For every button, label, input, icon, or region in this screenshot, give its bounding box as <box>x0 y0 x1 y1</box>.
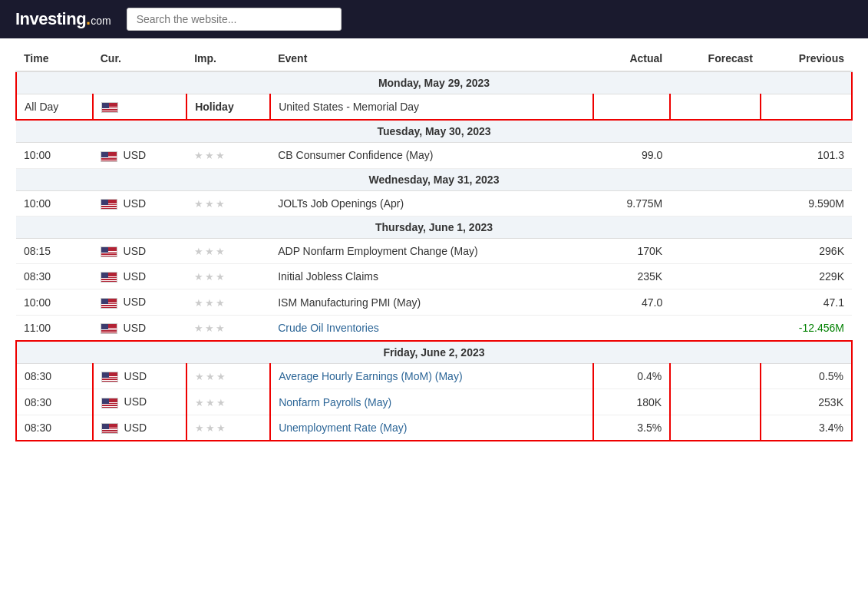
cell-currency: USD <box>93 315 186 341</box>
cell-importance: ★★★ <box>186 415 270 441</box>
cell-forecast <box>670 94 761 121</box>
table-row: 08:30 USD★★★Initial Jobless Claims235K22… <box>16 264 852 289</box>
cell-actual: 235K <box>593 264 670 289</box>
cell-forecast <box>670 264 761 289</box>
col-time: Time <box>16 46 93 71</box>
cell-previous: -12.456M <box>761 315 852 341</box>
cell-actual: 3.5% <box>593 415 670 441</box>
cell-importance: Holiday <box>186 94 270 121</box>
cell-event[interactable]: Nonfarm Payrolls (May) <box>270 389 593 415</box>
table-row: 08:30 USD★★★Average Hourly Earnings (MoM… <box>16 364 852 389</box>
cell-currency: USD <box>93 190 186 216</box>
cell-previous: 47.1 <box>761 289 852 315</box>
col-event: Event <box>270 46 593 71</box>
table-row: 10:00 USD★★★CB Consumer Confidence (May)… <box>16 143 852 168</box>
col-importance: Imp. <box>186 46 270 71</box>
economic-calendar-table: Time Cur. Imp. Event Actual Forecast Pre… <box>15 46 853 441</box>
cell-currency: USD <box>93 264 186 289</box>
date-label: Monday, May 29, 2023 <box>16 71 852 94</box>
cell-actual <box>593 315 670 341</box>
cell-importance: ★★★ <box>186 264 270 289</box>
site-logo[interactable]: Investing.com <box>15 9 111 29</box>
cell-actual <box>593 94 670 121</box>
cell-currency <box>93 94 186 121</box>
table-row: 08:30 USD★★★Nonfarm Payrolls (May)180K25… <box>16 389 852 415</box>
us-flag-icon <box>101 298 117 309</box>
importance-stars: ★★★ <box>195 422 227 434</box>
table-row: 10:00 USD★★★ISM Manufacturing PMI (May)4… <box>16 289 852 315</box>
event-link[interactable]: Crude Oil Inventories <box>278 322 379 334</box>
cell-time: All Day <box>16 94 93 121</box>
cell-importance: ★★★ <box>186 289 270 315</box>
importance-stars: ★★★ <box>194 271 226 283</box>
economic-calendar-container: Time Cur. Imp. Event Actual Forecast Pre… <box>0 38 868 449</box>
date-separator-row: Wednesday, May 31, 2023 <box>16 168 852 190</box>
cell-importance: ★★★ <box>186 364 270 389</box>
event-link[interactable]: Nonfarm Payrolls (May) <box>279 396 391 408</box>
importance-stars: ★★★ <box>195 371 227 382</box>
date-separator-row: Monday, May 29, 2023 <box>16 71 852 94</box>
table-header-row: Time Cur. Imp. Event Actual Forecast Pre… <box>16 46 852 71</box>
cell-time: 08:30 <box>16 364 93 389</box>
cell-previous <box>761 94 852 121</box>
event-link[interactable]: Average Hourly Earnings (MoM) (May) <box>279 370 462 382</box>
cell-currency: USD <box>93 289 186 315</box>
cell-previous: 9.590M <box>761 190 852 216</box>
date-label: Friday, June 2, 2023 <box>16 341 852 364</box>
cell-forecast <box>670 364 761 389</box>
importance-stars: ★★★ <box>194 322 226 334</box>
cell-previous: 0.5% <box>761 364 852 389</box>
date-label: Wednesday, May 31, 2023 <box>16 168 852 190</box>
cell-event: Initial Jobless Claims <box>270 264 593 289</box>
us-flag-icon <box>101 323 117 334</box>
cell-event: ISM Manufacturing PMI (May) <box>270 289 593 315</box>
cell-event: United States - Memorial Day <box>270 94 593 121</box>
cell-forecast <box>670 389 761 415</box>
importance-stars: ★★★ <box>194 198 226 210</box>
cell-actual: 170K <box>593 238 670 263</box>
date-separator-row: Thursday, June 1, 2023 <box>16 216 852 238</box>
table-row: 11:00 USD★★★Crude Oil Inventories-12.456… <box>16 315 852 341</box>
cell-actual: 99.0 <box>593 143 670 168</box>
us-flag-icon <box>101 102 118 113</box>
us-flag-icon <box>101 372 118 382</box>
importance-stars: ★★★ <box>194 150 226 161</box>
cell-event: JOLTs Job Openings (Apr) <box>270 190 593 216</box>
cell-importance: ★★★ <box>186 315 270 341</box>
cell-actual: 0.4% <box>593 364 670 389</box>
cell-forecast <box>670 289 761 315</box>
cell-event[interactable]: Unemployment Rate (May) <box>270 415 593 441</box>
cell-importance: ★★★ <box>186 238 270 263</box>
date-label: Tuesday, May 30, 2023 <box>16 120 852 143</box>
cell-currency: USD <box>93 364 186 389</box>
cell-time: 10:00 <box>16 143 93 168</box>
cell-currency: USD <box>93 143 186 168</box>
cell-actual: 9.775M <box>593 190 670 216</box>
table-row: All DayHolidayUnited States - Memorial D… <box>16 94 852 121</box>
cell-forecast <box>670 238 761 263</box>
logo-text: Investing <box>15 9 86 29</box>
event-link[interactable]: Unemployment Rate (May) <box>279 422 407 434</box>
holiday-label: Holiday <box>195 101 234 113</box>
cell-event[interactable]: Average Hourly Earnings (MoM) (May) <box>270 364 593 389</box>
search-input[interactable] <box>127 8 342 31</box>
cell-actual: 47.0 <box>593 289 670 315</box>
col-forecast: Forecast <box>670 46 761 71</box>
cell-forecast <box>670 315 761 341</box>
cell-importance: ★★★ <box>186 389 270 415</box>
cell-currency: USD <box>93 389 186 415</box>
us-flag-icon <box>101 151 117 162</box>
cell-event[interactable]: Crude Oil Inventories <box>270 315 593 341</box>
cell-previous: 296K <box>761 238 852 263</box>
cell-importance: ★★★ <box>186 190 270 216</box>
date-separator-row: Friday, June 2, 2023 <box>16 341 852 364</box>
us-flag-icon <box>101 398 118 408</box>
cell-time: 08:15 <box>16 238 93 263</box>
cell-currency: USD <box>93 415 186 441</box>
cell-previous: 229K <box>761 264 852 289</box>
importance-stars: ★★★ <box>195 397 227 408</box>
cell-forecast <box>670 190 761 216</box>
cell-time: 08:30 <box>16 264 93 289</box>
cell-time: 08:30 <box>16 389 93 415</box>
us-flag-icon <box>101 246 117 257</box>
